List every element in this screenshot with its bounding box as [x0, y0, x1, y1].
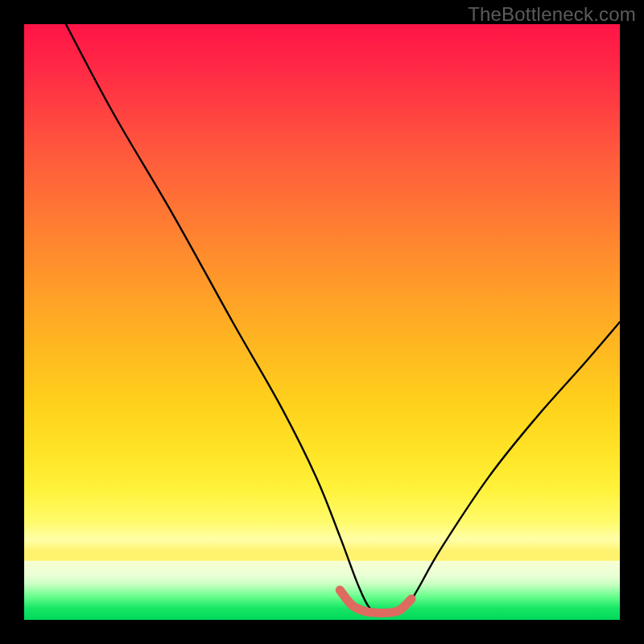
plot-area	[24, 24, 620, 620]
chart-frame: TheBottleneck.com	[0, 0, 644, 644]
watermark-text: TheBottleneck.com	[468, 3, 636, 26]
bottleneck-curve-path	[66, 24, 620, 611]
optimal-zone-highlight-path	[340, 590, 411, 613]
curves-svg	[24, 24, 620, 620]
